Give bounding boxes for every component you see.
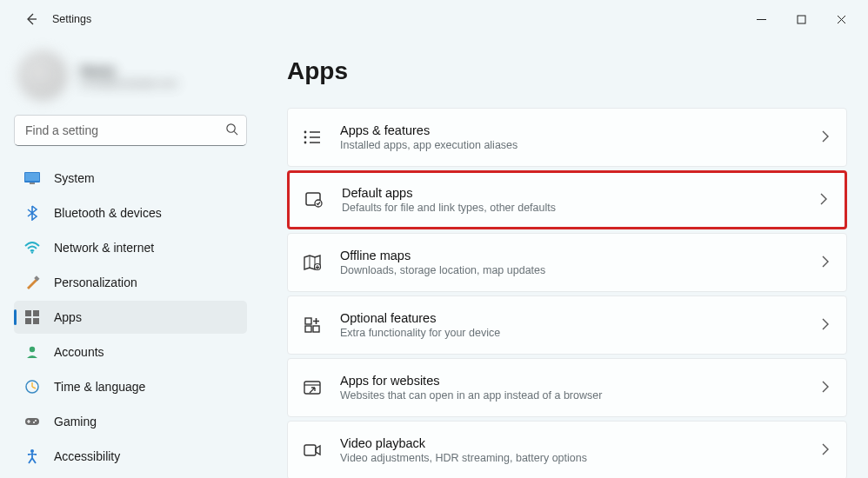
card-optional-features[interactable]: Optional features Extra functionality fo…	[287, 295, 847, 355]
profile-block[interactable]: Name email@example.com	[17, 50, 247, 101]
sidebar-item-label: Accessibility	[54, 449, 120, 463]
svg-point-16	[30, 449, 34, 453]
sidebar-item-network[interactable]: Network & internet	[14, 231, 247, 264]
chevron-right-icon	[820, 193, 827, 208]
accessibility-icon	[24, 448, 40, 464]
card-sub: Defaults for file and link types, other …	[342, 202, 803, 214]
svg-rect-24	[313, 326, 319, 332]
back-button[interactable]	[17, 5, 45, 33]
card-apps-features[interactable]: Apps & features Installed apps, app exec…	[287, 108, 847, 167]
sidebar-item-bluetooth[interactable]: Bluetooth & devices	[14, 196, 247, 229]
sidebar-item-apps[interactable]: Apps	[14, 301, 247, 334]
system-icon	[24, 170, 40, 186]
page-title: Apps	[287, 57, 847, 85]
svg-rect-4	[30, 183, 35, 184]
card-title: Apps & features	[340, 123, 805, 137]
default-apps-icon	[304, 189, 324, 210]
maximize-icon	[797, 15, 806, 24]
apps-websites-icon	[302, 377, 323, 398]
card-title: Optional features	[340, 311, 805, 325]
card-offline-maps[interactable]: Offline maps Downloads, storage location…	[287, 233, 847, 292]
gaming-icon	[24, 414, 40, 429]
close-button[interactable]	[821, 5, 861, 33]
sidebar-item-label: Network & internet	[54, 241, 154, 255]
settings-cards: Apps & features Installed apps, app exec…	[287, 108, 847, 478]
window-controls	[741, 5, 861, 33]
sidebar-item-label: Gaming	[54, 415, 97, 428]
maximize-button[interactable]	[781, 5, 821, 33]
arrow-left-icon	[24, 12, 38, 26]
sidebar-item-system[interactable]: System	[14, 162, 247, 195]
svg-rect-8	[33, 310, 39, 316]
search-input[interactable]	[14, 115, 247, 146]
sidebar-item-label: System	[54, 171, 95, 185]
main-content: Apps Apps & features Installed apps, app…	[261, 38, 868, 478]
svg-point-5	[31, 251, 33, 253]
svg-rect-25	[305, 326, 311, 332]
card-video-playback[interactable]: Video playback Video adjustments, HDR st…	[287, 421, 847, 478]
sidebar-item-accessibility[interactable]: Accessibility	[14, 440, 247, 473]
profile-name: Name	[80, 63, 177, 77]
svg-rect-9	[25, 318, 31, 324]
sidebar-item-label: Apps	[54, 310, 82, 324]
chevron-right-icon	[822, 130, 829, 145]
sidebar-item-time[interactable]: Time & language	[14, 370, 247, 403]
card-title: Apps for websites	[340, 374, 805, 388]
titlebar: Settings	[0, 0, 868, 38]
svg-rect-3	[25, 173, 39, 181]
chevron-right-icon	[822, 318, 829, 333]
list-icon	[302, 127, 323, 148]
chevron-right-icon	[822, 256, 829, 270]
brush-icon	[24, 275, 40, 290]
card-sub: Video adjustments, HDR streaming, batter…	[340, 452, 805, 464]
nav-list: System Bluetooth & devices Network & int…	[14, 162, 247, 473]
card-sub: Extra functionality for your device	[340, 327, 805, 339]
sidebar-item-label: Time & language	[54, 380, 145, 394]
window-title: Settings	[52, 13, 91, 25]
chevron-right-icon	[822, 443, 829, 458]
video-icon	[302, 440, 323, 461]
card-sub: Downloads, storage location, map updates	[340, 264, 805, 276]
search-box[interactable]	[14, 115, 247, 146]
card-title: Offline maps	[340, 249, 805, 262]
minimize-button[interactable]	[741, 5, 781, 33]
svg-rect-23	[305, 318, 311, 324]
svg-point-1	[227, 124, 235, 132]
card-sub: Websites that can open in an app instead…	[340, 389, 805, 402]
sidebar-item-label: Accounts	[54, 345, 104, 359]
card-title: Default apps	[342, 186, 803, 200]
sidebar-item-label: Bluetooth & devices	[54, 206, 162, 220]
svg-rect-10	[33, 318, 39, 324]
bluetooth-icon	[24, 205, 40, 221]
sidebar-item-label: Personalization	[54, 276, 137, 289]
clock-globe-icon	[24, 379, 40, 395]
svg-rect-0	[798, 16, 805, 23]
minimize-icon	[757, 15, 766, 24]
card-apps-websites[interactable]: Apps for websites Websites that can open…	[287, 358, 847, 417]
svg-rect-27	[304, 445, 316, 455]
svg-point-11	[30, 347, 35, 352]
chevron-right-icon	[822, 381, 829, 395]
close-icon	[837, 15, 846, 24]
svg-point-14	[35, 420, 37, 422]
svg-point-17	[304, 131, 307, 134]
svg-point-15	[33, 422, 35, 423]
profile-sub: email@example.com	[80, 77, 177, 90]
apps-icon	[24, 309, 40, 325]
card-sub: Installed apps, app execution aliases	[340, 139, 805, 151]
sidebar-item-accounts[interactable]: Accounts	[14, 335, 247, 368]
wifi-icon	[24, 240, 40, 256]
avatar	[17, 50, 68, 101]
svg-rect-7	[25, 310, 31, 316]
map-icon	[302, 252, 323, 273]
sidebar: Name email@example.com System Bluetoot	[0, 38, 261, 478]
sidebar-item-personalization[interactable]: Personalization	[14, 266, 247, 299]
search-icon	[225, 123, 238, 138]
svg-point-18	[304, 136, 307, 139]
svg-point-19	[304, 142, 307, 144]
card-title: Video playback	[340, 436, 805, 450]
optional-features-icon	[302, 315, 323, 335]
card-default-apps[interactable]: Default apps Defaults for file and link …	[287, 170, 847, 229]
accounts-icon	[24, 344, 40, 360]
sidebar-item-gaming[interactable]: Gaming	[14, 405, 247, 438]
